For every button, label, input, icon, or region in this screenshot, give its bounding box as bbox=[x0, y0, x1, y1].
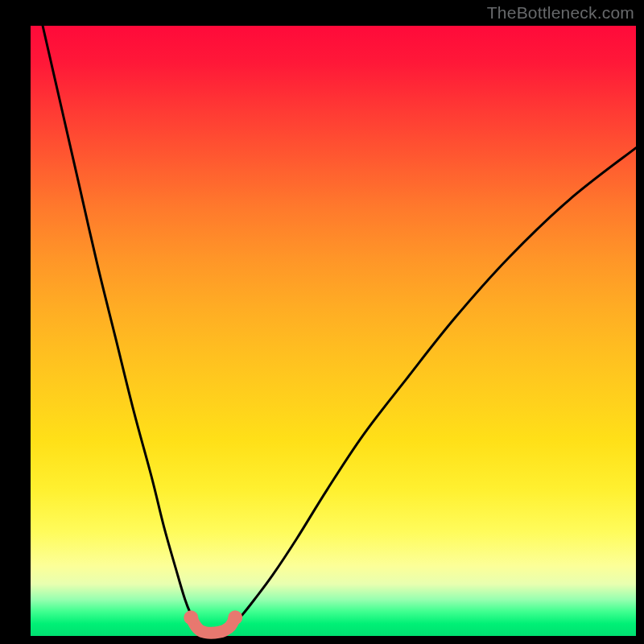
chart-frame: TheBottleneck.com bbox=[0, 0, 644, 644]
optimal-range-endpoint bbox=[228, 610, 242, 625]
optimal-range-endpoint bbox=[184, 610, 198, 625]
bottleneck-curve bbox=[227, 148, 636, 629]
curve-layer bbox=[0, 0, 644, 644]
bottleneck-curve bbox=[43, 26, 200, 628]
